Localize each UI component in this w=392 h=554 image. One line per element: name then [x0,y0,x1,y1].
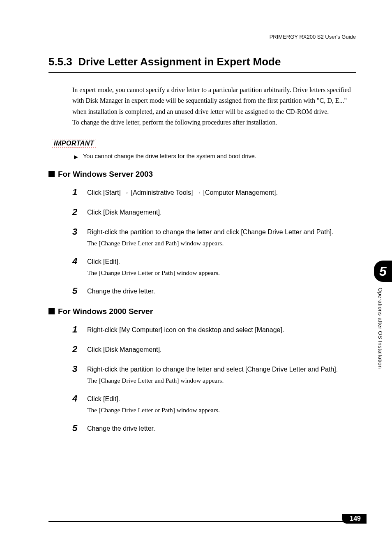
step-number: 3 [72,364,87,374]
step-note: The [Change Drive Letter or Path] window… [87,269,356,277]
step-note: The [Change Drive Letter and Path] windo… [87,377,356,384]
page-number: 149 [342,514,367,524]
step-number: 1 [72,324,87,335]
step-number: 5 [72,286,87,296]
square-bullet-icon [48,171,55,177]
intro-paragraph-2: To change the drive letter, perform the … [72,117,352,128]
important-note-text: You cannot change the drive letters for … [83,153,256,159]
chapter-side-tab: 5 Operations after OS Installation [374,261,392,369]
doc-header: PRIMERGY RX200 S2 User's Guide [48,34,356,40]
step-item: 5 Change the drive letter. [72,286,356,296]
step-action: Change the drive letter. [87,286,356,296]
step-item: 1 Click [Start] → [Administrative Tools]… [72,187,356,198]
steps-win2003: 1 Click [Start] → [Administrative Tools]… [72,187,356,296]
step-action: Right-click the partition to change the … [87,227,356,237]
step-number: 5 [72,423,87,434]
important-note-row: ▶ You cannot change the drive letters fo… [74,153,356,160]
subsection-heading-win2003: For Windows Server 2003 [48,170,356,179]
footer-rule [48,521,367,522]
section-number: 5.5.3 [48,55,72,68]
step-item: 1 Right-click [My Computer] icon on the … [72,324,356,335]
step-item: 3 Right-click the partition to change th… [72,364,356,384]
step-item: 4 Click [Edit]. The [Change Drive Letter… [72,256,356,277]
step-item: 3 Right-click the partition to change th… [72,226,356,247]
step-number: 3 [72,226,87,237]
intro-paragraph-1: In expert mode, you cannot specify a dri… [72,85,352,117]
step-action: Change the drive letter. [87,424,356,434]
step-number: 4 [72,393,87,404]
step-number: 1 [72,187,87,198]
step-number: 2 [72,344,87,355]
chapter-number-badge: 5 [374,261,392,282]
section-title-text: Drive Letter Assignment in Expert Mode [78,55,281,68]
square-bullet-icon [48,308,55,314]
step-action: Click [Disk Management]. [87,345,356,355]
step-action: Click [Edit]. [87,257,356,267]
step-action: Click [Start] → [Administrative Tools] →… [87,188,356,198]
step-number: 4 [72,256,87,267]
step-item: 4 Click [Edit]. The [Change Drive Letter… [72,393,356,414]
step-note: The [Change Drive Letter and Path] windo… [87,240,356,247]
step-action: Right-click the partition to change the … [87,365,356,374]
steps-win2000: 1 Right-click [My Computer] icon on the … [72,324,356,434]
chapter-label-vertical: Operations after OS Installation [377,288,383,369]
subsection-title-text: For Windows Server 2003 [58,170,153,179]
bullet-arrow-icon: ▶ [74,154,78,160]
step-item: 2 Click [Disk Management]. [72,344,356,355]
step-item: 2 Click [Disk Management]. [72,207,356,217]
subsection-heading-win2000: For Windows 2000 Server [48,307,356,316]
intro-block: In expert mode, you cannot specify a dri… [72,85,352,128]
step-action: Click [Edit]. [87,394,356,404]
step-number: 2 [72,207,87,217]
important-label: IMPORTANT [52,139,96,148]
step-note: The [Change Drive Letter or Path] window… [87,406,356,414]
step-action: Right-click [My Computer] icon on the de… [87,325,356,335]
step-action: Click [Disk Management]. [87,208,356,217]
section-heading: 5.5.3 Drive Letter Assignment in Expert … [48,55,356,73]
subsection-title-text: For Windows 2000 Server [58,307,153,316]
step-item: 5 Change the drive letter. [72,423,356,434]
